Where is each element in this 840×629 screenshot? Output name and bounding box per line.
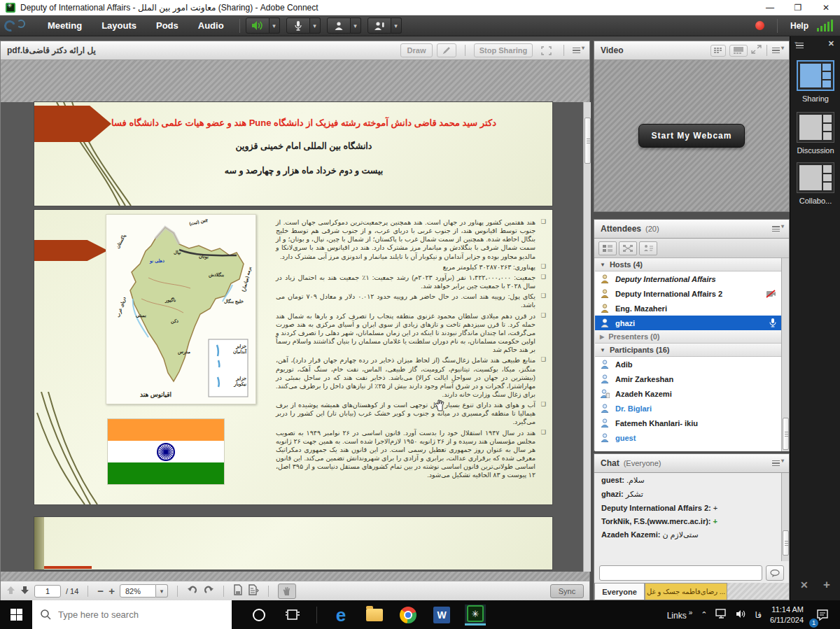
attendees-pod-options-icon[interactable] <box>772 225 783 232</box>
zoom-dropdown-icon[interactable] <box>156 584 168 598</box>
video-fullscreen-icon[interactable] <box>751 45 762 56</box>
chat-scrollbar[interactable] <box>781 473 789 561</box>
adobe-connect-taskbar-icon[interactable]: ✳ <box>465 605 486 626</box>
menu-layouts[interactable]: Layouts <box>92 15 146 36</box>
layout-thumb-sharing[interactable] <box>797 60 834 91</box>
cortana-icon[interactable] <box>248 605 270 626</box>
attendee-list: ▼Hosts (4) Deputy International Affairs … <box>595 258 781 451</box>
page-number-input[interactable] <box>34 585 61 598</box>
chat-tab-private[interactable]: ... رضای‌فاطمه جسک و غل <box>645 583 727 600</box>
status-button-group[interactable] <box>368 17 402 34</box>
host-icon <box>600 304 610 313</box>
attendee-list-view-icon[interactable] <box>598 241 617 255</box>
share-scrollbar[interactable] <box>583 102 591 572</box>
attendees-scrollbar-thumb[interactable] <box>783 418 789 450</box>
attendee-row[interactable]: guest <box>595 430 781 445</box>
presenters-section-header[interactable]: ▶Presenters (0) <box>595 330 781 344</box>
menu-pods[interactable]: Pods <box>146 15 188 36</box>
add-layout-icon[interactable]: + <box>823 578 830 592</box>
fit-width-icon[interactable] <box>248 584 259 598</box>
draw-button[interactable]: Draw <box>400 43 433 57</box>
chat-tab-everyone[interactable]: Everyone <box>594 583 645 600</box>
layout-bar-close-icon[interactable]: ✕ <box>828 39 834 48</box>
attendees-scrollbar[interactable] <box>781 258 789 451</box>
action-center-icon[interactable]: 1 <box>812 605 833 626</box>
edge-icon[interactable]: e <box>330 605 351 626</box>
page-down-icon[interactable] <box>20 585 29 598</box>
webcam-button-group[interactable] <box>327 17 361 34</box>
breakout-view-icon[interactable] <box>619 241 637 255</box>
pan-hand-tool[interactable] <box>278 584 296 599</box>
grid-view-icon[interactable] <box>710 45 726 57</box>
mic-button-group[interactable] <box>286 17 321 34</box>
maximize-button[interactable]: ❐ <box>784 0 812 15</box>
document-canvas[interactable]: دکتر سید محمد قاضی دانش آموخته رشته فیزی… <box>1 102 589 572</box>
share-scrollbar-thumb[interactable] <box>584 118 591 164</box>
attendee-row[interactable]: Dr. Biglari <box>595 401 781 416</box>
word-icon[interactable]: W <box>431 605 452 626</box>
chrome-icon[interactable] <box>398 605 419 626</box>
attendee-row[interactable]: Azadeh Kazemi <box>595 386 781 401</box>
attendee-status-view-icon[interactable] <box>639 241 657 255</box>
attendee-row[interactable]: Fatemeh Khanlari- ikiu <box>595 416 781 430</box>
file-explorer-icon[interactable] <box>364 605 385 626</box>
start-webcam-button[interactable]: Start My Webcam <box>638 124 746 148</box>
taskbar-search[interactable] <box>32 600 232 629</box>
attendee-row[interactable]: Adib <box>595 357 781 372</box>
start-button[interactable] <box>0 600 32 629</box>
chat-input[interactable] <box>599 565 762 581</box>
zoom-out-icon[interactable]: − <box>97 585 104 597</box>
pointer-pen-icon[interactable] <box>437 43 456 57</box>
language-indicator[interactable]: فا <box>755 610 761 620</box>
sync-button[interactable]: Sync <box>550 584 584 598</box>
help-menu[interactable]: Help <box>783 21 816 31</box>
pod-options-icon[interactable] <box>573 47 583 54</box>
taskbar-clock[interactable]: 11:14 AM 6/11/2024 <box>770 605 804 625</box>
menu-meeting[interactable]: Meeting <box>38 15 92 36</box>
fit-page-icon[interactable] <box>233 584 243 598</box>
hosts-section-header[interactable]: ▼Hosts (4) <box>595 258 781 271</box>
chat-scrollbar-thumb[interactable] <box>783 530 789 556</box>
connection-signal-icon[interactable] <box>817 20 833 31</box>
menu-audio[interactable]: Audio <box>188 15 234 36</box>
speaker-dropdown[interactable] <box>270 17 280 34</box>
minimize-button[interactable]: — <box>756 0 784 15</box>
send-message-icon[interactable] <box>766 565 784 581</box>
speaker-icon[interactable] <box>246 17 270 34</box>
attendee-row[interactable]: Deputy International Affairs 2 <box>595 286 781 301</box>
webcam-dropdown[interactable] <box>351 17 361 34</box>
stop-sharing-button[interactable]: Stop Sharing <box>474 43 533 57</box>
attendee-row-selected[interactable]: ghazi <box>595 316 781 330</box>
zoom-select[interactable]: 82% <box>120 584 168 598</box>
mic-dropdown[interactable] <box>310 17 321 34</box>
network-icon[interactable] <box>715 609 727 621</box>
tray-expand-icon[interactable]: ⌃ <box>701 610 707 619</box>
webcam-person-icon[interactable] <box>327 17 351 34</box>
chat-pod-options-icon[interactable] <box>772 460 783 467</box>
video-pod-options-icon[interactable] <box>772 47 783 54</box>
delete-layout-icon[interactable]: ✕ <box>800 579 808 591</box>
volume-icon[interactable] <box>736 609 746 621</box>
layout-thumb-discussion[interactable] <box>797 112 834 143</box>
rotate-right-icon[interactable] <box>203 585 214 598</box>
attendee-row[interactable]: Amir Zarkeshan <box>595 372 781 386</box>
fullscreen-icon[interactable] <box>537 43 555 57</box>
search-input[interactable] <box>58 609 205 620</box>
speaker-button-group[interactable] <box>246 17 280 34</box>
rotate-left-icon[interactable] <box>187 585 198 598</box>
page-up-icon[interactable] <box>6 585 15 598</box>
windows-taskbar: e W ✳ Links» ⌃ فا 11:14 AM 6/11/2024 1 <box>0 600 840 629</box>
mic-icon[interactable] <box>286 17 310 34</box>
status-dropdown[interactable] <box>391 17 402 34</box>
participants-section-header[interactable]: ▼Participants (16) <box>595 344 781 357</box>
zoom-in-icon[interactable]: + <box>108 585 115 597</box>
attendee-row[interactable]: Deputy International Affairs <box>595 271 781 286</box>
share-stage-bottom <box>1 572 589 581</box>
attendee-row[interactable]: Eng. Mazaheri <box>595 301 781 316</box>
task-view-icon[interactable] <box>282 605 303 626</box>
raise-hand-person-icon[interactable] <box>368 17 391 34</box>
layout-thumb-collaboration[interactable] <box>797 162 834 193</box>
filmstrip-view-icon[interactable] <box>729 45 748 57</box>
close-button[interactable]: ✕ <box>812 0 840 15</box>
links-toolbar[interactable]: Links» <box>667 609 693 621</box>
